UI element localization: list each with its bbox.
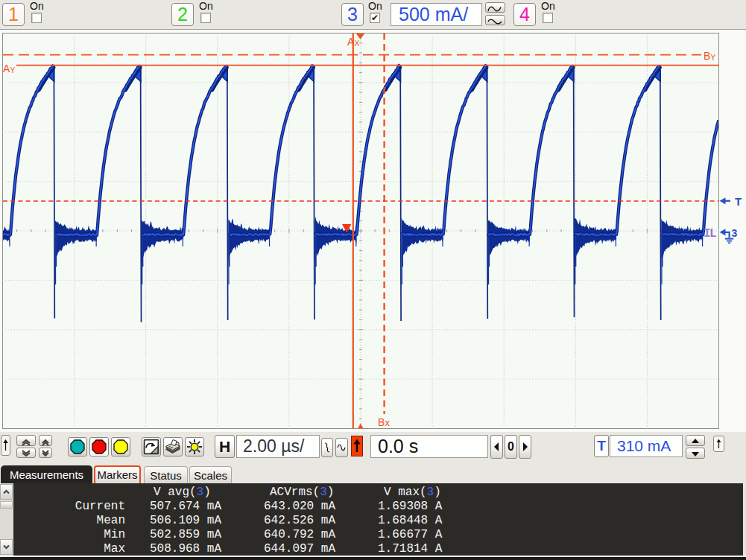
svg-text:X: X (355, 39, 360, 48)
svg-text:A: A (3, 63, 10, 74)
svg-text:Y: Y (10, 66, 16, 74)
svg-text:B: B (704, 50, 710, 62)
svg-text:L: L (709, 227, 717, 241)
svg-text:Y: Y (711, 54, 716, 62)
svg-text:A: A (347, 36, 355, 48)
svg-text:T: T (735, 195, 742, 208)
svg-text:B: B (378, 416, 385, 428)
svg-text:x: x (385, 417, 391, 428)
svg-text:3: 3 (732, 227, 738, 239)
